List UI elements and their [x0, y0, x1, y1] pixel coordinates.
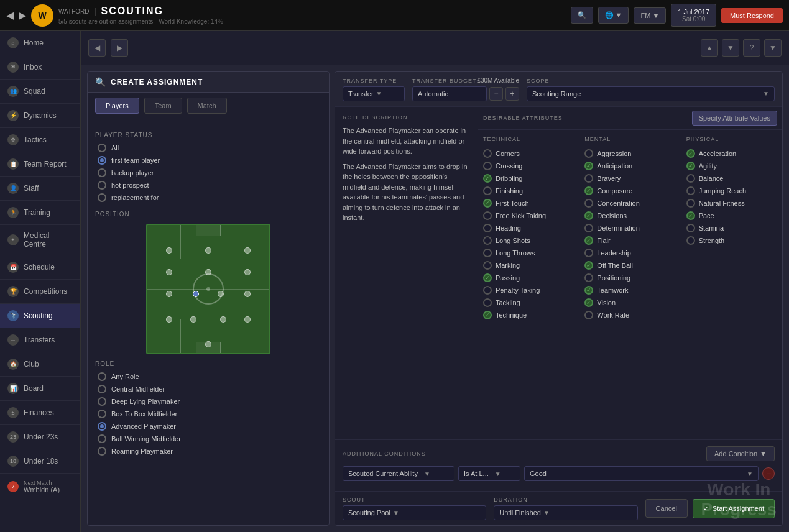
scout-select[interactable]: Scouting Pool ▼ [343, 505, 486, 520]
position-lam[interactable] [166, 269, 172, 275]
role-deep-lying[interactable]: Deep Lying Playmaker [98, 397, 321, 406]
attr-marking[interactable]: Marking [483, 259, 574, 272]
position-rb[interactable] [244, 316, 251, 323]
attr-stamina[interactable]: Stamina [686, 222, 777, 234]
help-icon[interactable]: ? [743, 39, 760, 57]
attr-pace[interactable]: Pace [686, 209, 777, 222]
specify-values-btn[interactable]: Specify Attribute Values [692, 111, 777, 126]
status-backup[interactable]: backup player [98, 168, 321, 177]
attr-crossing[interactable]: Crossing [483, 160, 574, 172]
status-first-team[interactable]: first team player [98, 156, 321, 165]
attr-determination[interactable]: Determination [584, 222, 675, 234]
attr-agility[interactable]: Agility [686, 160, 777, 172]
attr-balance[interactable]: Balance [686, 172, 777, 185]
attr-first-touch[interactable]: First Touch [483, 197, 574, 209]
tab-players[interactable]: Players [95, 98, 139, 114]
status-all[interactable]: All [98, 144, 321, 152]
attr-work-rate[interactable]: Work Rate [584, 309, 675, 321]
role-any[interactable]: Any Role [98, 372, 321, 381]
sidebar-item-home[interactable]: ⌂ Home [0, 31, 80, 55]
attr-composure[interactable]: Composure [584, 185, 675, 197]
sidebar-item-board[interactable]: 📊 Board [0, 377, 80, 401]
up-icon[interactable]: ▲ [701, 39, 718, 57]
attr-positioning[interactable]: Positioning [584, 272, 675, 284]
remove-condition-btn[interactable]: − [762, 467, 775, 480]
sidebar-item-inbox[interactable]: ✉ Inbox [0, 55, 80, 80]
sidebar-item-training[interactable]: 🏃 Training [0, 201, 80, 225]
sidebar-item-club[interactable]: 🏠 Club [0, 352, 80, 377]
sidebar-item-under23s[interactable]: 23 Under 23s [0, 425, 80, 449]
must-respond-btn[interactable]: Must Respond [721, 8, 783, 23]
sidebar-item-tactics[interactable]: ⚙ Tactics [0, 128, 80, 152]
sidebar-item-next-match[interactable]: 7 Next Match Wmbldn (A) [0, 474, 80, 500]
attr-teamwork[interactable]: Teamwork [584, 284, 675, 296]
attr-strength[interactable]: Strength [686, 234, 777, 247]
position-lb[interactable] [166, 316, 172, 323]
position-lm[interactable] [166, 291, 172, 297]
budget-decrease-btn[interactable]: − [489, 87, 503, 101]
attr-bravery[interactable]: Bravery [584, 172, 675, 185]
position-cb-l[interactable] [190, 316, 196, 323]
attr-long-throws[interactable]: Long Throws [483, 247, 574, 259]
attr-finishing[interactable]: Finishing [483, 185, 574, 197]
attr-corners[interactable]: Corners [483, 147, 574, 160]
attr-free-kick[interactable]: Free Kick Taking [483, 209, 574, 222]
attr-penalty[interactable]: Penalty Taking [483, 284, 574, 296]
attr-flair[interactable]: Flair [584, 234, 675, 247]
attr-concentration[interactable]: Concentration [584, 197, 675, 209]
tab-match[interactable]: Match [187, 98, 227, 114]
expand-icon[interactable]: ▼ [764, 39, 782, 57]
attr-dribbling[interactable]: Dribbling [483, 172, 574, 185]
transfer-type-select[interactable]: Transfer ▼ [343, 86, 405, 101]
attr-vision[interactable]: Vision [584, 296, 675, 309]
attr-leadership[interactable]: Leadership [584, 247, 675, 259]
duration-select[interactable]: Until Finished ▼ [494, 505, 637, 520]
status-replacement[interactable]: replacement for [98, 193, 321, 202]
position-cb-r[interactable] [220, 316, 226, 323]
nav-right-icon[interactable]: ▶ [111, 39, 128, 57]
attr-aggression[interactable]: Aggression [584, 147, 675, 160]
attr-tackling[interactable]: Tackling [483, 296, 574, 309]
condition-field-select[interactable]: Scouted Current Ability ▼ [343, 466, 454, 481]
role-box-to-box[interactable]: Box To Box Midfielder [98, 410, 321, 418]
sidebar-item-schedule[interactable]: 📅 Schedule [0, 255, 80, 280]
position-cm-l[interactable] [193, 291, 199, 297]
attr-acceleration[interactable]: Acceleration [686, 147, 777, 160]
cancel-btn[interactable]: Cancel [645, 499, 688, 518]
search-btn[interactable]: 🔍 [571, 7, 593, 24]
nav-forward-btn[interactable]: ▶ [19, 9, 26, 21]
position-rw[interactable] [244, 247, 251, 254]
attr-jumping-reach[interactable]: Jumping Reach [686, 185, 777, 197]
sidebar-item-dynamics[interactable]: ⚡ Dynamics [0, 104, 80, 128]
attr-anticipation[interactable]: Anticipation [584, 160, 675, 172]
position-rm[interactable] [244, 291, 251, 297]
position-ram[interactable] [244, 269, 251, 275]
role-advanced[interactable]: Advanced Playmaker [98, 422, 321, 431]
nav-back-btn[interactable]: ◀ [6, 9, 14, 21]
position-st[interactable] [205, 247, 211, 254]
status-hot-prospect[interactable]: hot prospect [98, 181, 321, 190]
sidebar-item-under18s[interactable]: 18 Under 18s [0, 449, 80, 474]
sidebar-item-scouting[interactable]: 🔭 Scouting [0, 304, 80, 328]
sidebar-item-transfers[interactable]: ↔ Transfers [0, 328, 80, 352]
tab-team[interactable]: Team [144, 98, 182, 114]
global-btn[interactable]: 🌐 ▼ [598, 7, 629, 24]
attr-passing[interactable]: Passing [483, 272, 574, 284]
attr-off-the-ball[interactable]: Off The Ball [584, 259, 675, 272]
condition-value-select[interactable]: Good ▼ [524, 466, 759, 481]
position-cam[interactable] [205, 269, 211, 275]
add-condition-btn[interactable]: Add Condition ▼ [706, 446, 775, 461]
sidebar-item-competitions[interactable]: 🏆 Competitions [0, 280, 80, 304]
role-ball-winning[interactable]: Ball Winning Midfielder [98, 434, 321, 443]
nav-left-icon[interactable]: ◀ [88, 39, 106, 57]
attr-decisions[interactable]: Decisions [584, 209, 675, 222]
attr-heading[interactable]: Heading [483, 222, 574, 234]
budget-increase-btn[interactable]: + [505, 87, 519, 101]
scope-select[interactable]: Scouting Range ▼ [527, 86, 775, 101]
attr-natural-fitness[interactable]: Natural Fitness [686, 197, 777, 209]
position-lw[interactable] [166, 247, 172, 254]
role-central-mid[interactable]: Central Midfielder [98, 385, 321, 393]
sidebar-item-staff[interactable]: 👤 Staff [0, 177, 80, 201]
condition-operator-select[interactable]: Is At L... ▼ [458, 466, 520, 481]
sidebar-item-medical[interactable]: + Medical Centre [0, 225, 80, 255]
